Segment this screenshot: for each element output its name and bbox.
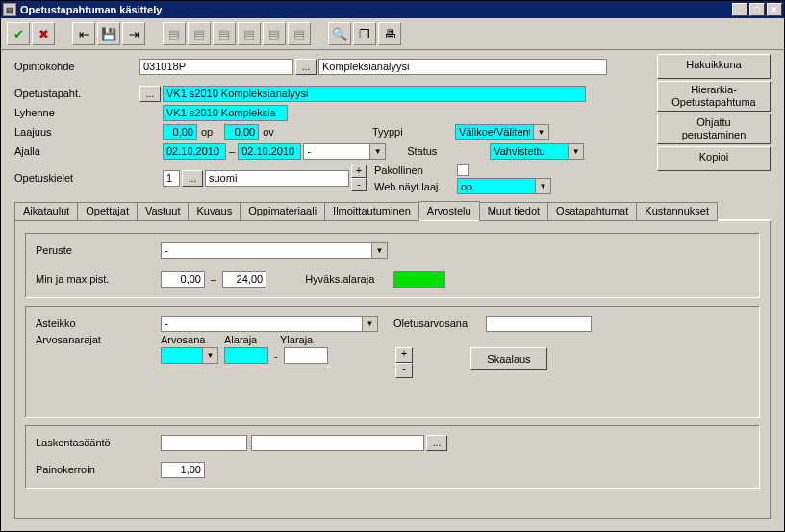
chevron-down-icon[interactable]: ▼ — [203, 347, 218, 364]
tab-arvostelu[interactable]: Arvostelu — [418, 201, 480, 220]
arvosana-header: Arvosana — [161, 334, 216, 345]
laajuus-label: Laajuus — [14, 126, 139, 138]
chevron-down-icon[interactable]: ▼ — [536, 178, 551, 194]
tab-aikataulut[interactable]: Aikataulut — [14, 202, 78, 221]
opintokohde-lookup-button[interactable]: ... — [295, 59, 317, 75]
tab-opettajat[interactable]: Opettajat — [77, 202, 138, 221]
hyvaks-label: Hyväks.alaraja — [305, 273, 374, 285]
opintokohde-label: Opintokohde — [14, 61, 139, 72]
lyhenne-input[interactable] — [163, 105, 288, 121]
laskenta-lookup-button[interactable]: ... — [426, 435, 447, 451]
opintokohde-code-input[interactable] — [139, 59, 293, 75]
ov-unit: ov — [263, 126, 274, 138]
arvosana-minus-button[interactable]: - — [395, 363, 413, 378]
arvosana-select[interactable]: ▼ — [161, 347, 218, 364]
copy-button[interactable]: ❐ — [353, 22, 376, 45]
peruste-select[interactable]: ▼ — [161, 242, 388, 259]
pakollinen-checkbox[interactable] — [457, 164, 469, 176]
peruste-label: Peruste — [36, 244, 161, 256]
tabs: AikataulutOpettajatVastuutKuvausOppimate… — [14, 200, 771, 220]
opetuskielet-input[interactable] — [205, 170, 349, 187]
doc-button-6[interactable]: ▤ — [288, 22, 311, 45]
asteikko-select[interactable]: ▼ — [161, 316, 378, 332]
kopioi-button[interactable]: Kopioi — [657, 146, 771, 171]
painokerroin-label: Painokerroin — [36, 464, 161, 475]
ohjattu-button[interactable]: Ohjattu perustaminen — [657, 114, 771, 144]
opetuskielet-lookup-button[interactable]: ... — [182, 170, 203, 187]
kielet-plus-button[interactable]: + — [351, 165, 367, 178]
tab-kuvaus[interactable]: Kuvaus — [188, 202, 241, 221]
tab-kustannukset[interactable]: Kustannukset — [636, 202, 718, 221]
alaraja-header: Alaraja — [224, 334, 272, 345]
tyyppi-label: Tyyppi — [372, 126, 455, 138]
laskenta-name-input[interactable] — [251, 435, 424, 451]
oletusarvosana-input[interactable] — [486, 316, 592, 332]
close-button[interactable]: ✕ — [767, 3, 782, 16]
painokerroin-input[interactable] — [161, 462, 205, 478]
kielet-minus-button[interactable]: - — [351, 178, 367, 191]
save-button[interactable]: 💾 — [97, 22, 120, 45]
web-select[interactable]: ▼ — [457, 178, 551, 194]
op-unit: op — [201, 126, 213, 138]
min-input[interactable] — [161, 271, 205, 288]
tab-vastuut[interactable]: Vastuut — [137, 202, 190, 221]
ajalla-from-input[interactable] — [163, 143, 226, 160]
window-title: Opetustapahtuman käsittely — [20, 4, 732, 15]
oletusarvosana-label: Oletusarvosana — [393, 317, 486, 329]
opetustapaht-lookup-button[interactable]: ... — [139, 86, 161, 102]
laajuus-ov-input[interactable] — [224, 124, 259, 140]
chevron-down-icon[interactable]: ▼ — [370, 143, 386, 160]
ajalla-label: Ajalla — [14, 145, 139, 157]
chevron-down-icon[interactable]: ▼ — [569, 143, 584, 160]
cancel-button[interactable]: ✖ — [32, 22, 55, 45]
ajalla-extra-select[interactable]: ▼ — [303, 143, 386, 160]
opetustapaht-input[interactable] — [163, 86, 586, 102]
arvostelu-panel: Peruste ▼ Min ja max pist. – Hyväks.alar… — [14, 220, 771, 519]
tab-muut tiedot[interactable]: Muut tiedot — [479, 202, 548, 221]
laajuus-op-input[interactable] — [163, 124, 197, 140]
nav-last-button[interactable]: ⇥ — [122, 22, 145, 45]
asteikko-label: Asteikko — [36, 317, 161, 329]
ylaraja-header: Ylaraja — [280, 334, 328, 345]
ajalla-to-input[interactable] — [238, 143, 301, 160]
opetuskielet-label: Opetuskielet — [14, 172, 139, 184]
search-button[interactable]: 🔍 — [328, 22, 351, 45]
tyyppi-select[interactable]: ▼ — [455, 124, 549, 140]
tab-osatapahtumat[interactable]: Osatapahtumat — [547, 202, 637, 221]
doc-button-5[interactable]: ▤ — [263, 22, 286, 45]
minmax-label: Min ja max pist. — [36, 273, 161, 285]
laskenta-code-input[interactable] — [161, 435, 247, 451]
arvosana-plus-button[interactable]: + — [395, 347, 413, 363]
doc-button-4[interactable]: ▤ — [238, 22, 261, 45]
hyvaks-alaraja-box[interactable] — [393, 271, 445, 288]
opetuskielet-num-input[interactable] — [163, 170, 180, 187]
hakuikkuna-button[interactable]: Hakuikkuna — [657, 54, 771, 79]
chevron-down-icon[interactable]: ▼ — [534, 124, 549, 140]
chevron-down-icon[interactable]: ▼ — [363, 316, 378, 332]
laskentasaanto-label: Laskentasääntö — [36, 437, 161, 448]
minimize-button[interactable]: _ — [732, 3, 747, 16]
opetustapaht-label: Opetustapaht. — [14, 88, 139, 99]
doc-button-1[interactable]: ▤ — [163, 22, 186, 45]
ylaraja-input[interactable] — [284, 347, 328, 364]
doc-button-3[interactable]: ▤ — [213, 22, 236, 45]
print-button[interactable]: 🖶 — [378, 22, 401, 45]
tab-ilmoittautuminen[interactable]: Ilmoittautuminen — [324, 202, 419, 221]
status-select[interactable]: ▼ — [490, 143, 584, 160]
status-label: Status — [407, 145, 490, 157]
alaraja-input[interactable] — [224, 347, 268, 364]
skaalaus-button[interactable]: Skaalaus — [470, 347, 547, 370]
max-input[interactable] — [222, 271, 266, 288]
nav-first-button[interactable]: ⇤ — [72, 22, 95, 45]
chevron-down-icon[interactable]: ▼ — [372, 242, 388, 259]
ok-button[interactable]: ✔ — [7, 22, 30, 45]
arvosanarajat-label: Arvosanarajat — [36, 334, 161, 345]
hierarkia-button[interactable]: Hierarkia- Opetustapahtuma — [657, 81, 771, 112]
lyhenne-label: Lyhenne — [14, 107, 139, 118]
tab-oppimateriaali[interactable]: Oppimateriaali — [240, 202, 325, 221]
maximize-button[interactable]: □ — [749, 3, 765, 16]
doc-button-2[interactable]: ▤ — [188, 22, 211, 45]
web-label: Web.näyt.laaj. — [374, 181, 457, 192]
opintokohde-name-input[interactable] — [318, 59, 607, 75]
app-icon: ▤ — [3, 3, 16, 16]
